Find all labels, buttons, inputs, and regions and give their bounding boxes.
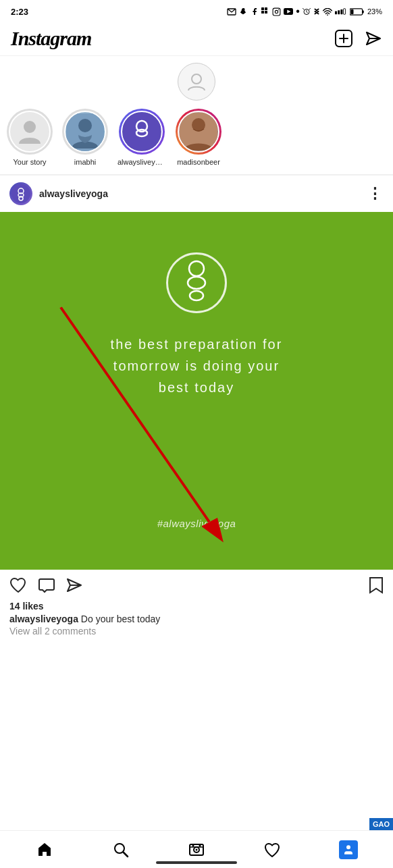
post-user-info: alwaysliveyoga [9,182,108,205]
your-story-avatar-wrapper [7,109,53,155]
svg-rect-4 [265,11,267,13]
post-logo-circle [166,252,227,313]
svg-point-43 [115,844,124,853]
alwaysliveyoga-avatar-wrapper [119,109,165,155]
svg-rect-5 [273,8,280,16]
post-more-button[interactable]: ⋮ [367,188,384,198]
top-story-area [0,56,393,101]
svg-rect-18 [363,10,364,13]
madisonbeer-label: madisonbeer [177,158,220,166]
nav-search[interactable] [82,831,158,868]
header-actions [335,30,382,47]
svg-point-49 [192,844,194,846]
post-actions-left [9,577,82,593]
imabhi-label: imabhi [74,158,96,166]
madisonbeer-avatar [179,112,218,151]
story-item-your-story[interactable]: Your story [7,109,53,166]
view-comments[interactable]: View all 2 comments [9,626,384,636]
imabhi-avatar [66,112,105,151]
your-story-ring-inner [9,111,51,153]
svg-point-11 [327,14,328,16]
svg-point-7 [278,9,279,9]
svg-rect-15 [344,9,346,14]
svg-point-50 [199,844,201,846]
battery-icon [350,8,365,16]
nav-activity[interactable] [234,831,310,868]
story-item-imabhi[interactable]: imabhi [62,109,108,166]
post-info: 14 likes alwaysliveyoga Do your best tod… [0,598,393,642]
top-story-circle[interactable] [178,63,215,101]
save-button[interactable] [369,576,384,594]
message-icon [227,8,236,16]
post-user-avatar[interactable] [9,182,32,205]
story-item-madisonbeer[interactable]: madisonbeer [176,109,221,166]
app-header: Instagram [0,22,393,56]
status-icons: • 23% [227,6,382,17]
dot-indicator: • [296,6,300,17]
svg-point-38 [188,277,205,289]
svg-point-26 [78,119,92,132]
stories-row: Your story imabhi [0,101,393,175]
svg-point-51 [346,845,350,849]
post-caption: alwaysliveyoga Do your best today [9,614,384,624]
caption-username[interactable]: alwaysliveyoga [9,614,78,624]
share-button[interactable] [66,577,82,593]
post-likes: 14 likes [9,601,384,612]
alarm-icon [303,7,311,16]
madisonbeer-avatar-wrapper [176,109,221,155]
alwaysliveyoga-ring-inner [121,111,163,153]
svg-rect-17 [350,9,353,14]
bluetooth-icon [313,7,320,16]
svg-line-44 [124,852,128,857]
your-story-avatar [10,112,49,151]
svg-point-23 [192,74,201,84]
wifi-icon [323,8,332,16]
madisonbeer-ring-inner [178,111,219,153]
post-quote: the best preparation for tomorrow is doi… [111,333,283,398]
instagram-icon [272,7,281,16]
svg-rect-3 [261,11,264,13]
alwaysliveyoga-ring [119,109,165,155]
post-header: alwaysliveyoga ⋮ [0,175,393,212]
grid-icon [261,7,269,16]
alwaysliveyoga-avatar [122,112,161,151]
post-image-container: the best preparation for tomorrow is doi… [0,212,393,570]
svg-point-47 [196,848,198,850]
alwaysliveyoga-label: alwaysliveyoga [117,158,166,166]
like-button[interactable] [9,577,27,593]
gao-badge: GAO [369,818,393,830]
svg-rect-2 [265,7,267,10]
status-time: 2:23 [11,7,28,17]
battery-percent: 23% [367,7,382,16]
status-bar: 2:23 • 23% [0,0,393,22]
comment-button[interactable] [38,577,55,593]
post-image: the best preparation for tomorrow is doi… [0,212,393,570]
post-actions [0,570,393,598]
post-username[interactable]: alwaysliveyoga [39,188,108,199]
your-story-ring [7,109,53,155]
svg-point-39 [190,291,203,300]
your-story-label: Your story [13,158,46,166]
nav-profile[interactable] [311,831,386,868]
youtube-icon [284,8,293,15]
direct-messages-button[interactable] [365,30,382,47]
story-item-alwaysliveyoga[interactable]: alwaysliveyoga [117,109,166,166]
add-post-button[interactable] [335,30,352,47]
facebook-icon [251,7,259,16]
madisonbeer-ring [176,109,221,155]
post-hashtag: #alwaysliveyoga [157,518,236,529]
imabhi-avatar-wrapper [62,109,108,155]
yoga-logo-icon [176,259,217,306]
gesture-bar [156,861,237,864]
svg-rect-13 [338,10,340,14]
instagram-logo: Instagram [11,27,91,50]
signal-icon [335,7,347,16]
imabhi-ring-inner [64,111,106,153]
nav-home[interactable] [7,831,82,868]
svg-point-37 [189,261,204,276]
imabhi-ring [62,109,108,155]
svg-point-6 [276,10,278,13]
svg-rect-1 [261,7,264,10]
svg-point-24 [24,121,36,133]
snapchat-icon [239,7,248,16]
